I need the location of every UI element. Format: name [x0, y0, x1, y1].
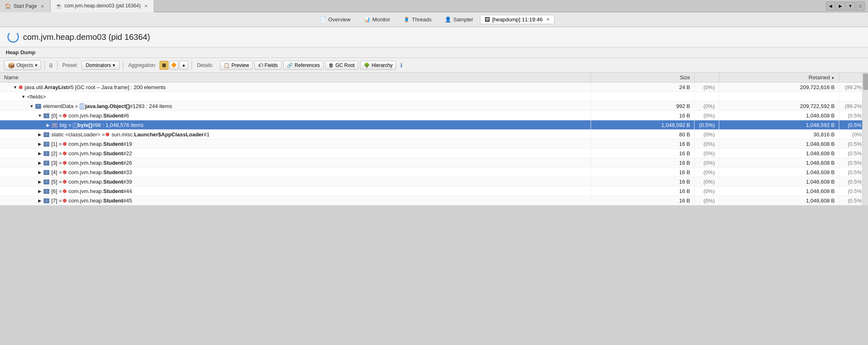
tab-heapdump[interactable]: 🖼 [heapdump] 11:19:46 ✕: [480, 15, 554, 24]
cell-size: 992 B: [591, 101, 695, 111]
agg-icon-1[interactable]: ▦: [159, 61, 169, 70]
fwd-btn[interactable]: ▶: [836, 2, 845, 11]
tab-sampler[interactable]: 👤 Sampler: [439, 15, 479, 24]
cell-retained: 1,048,608 B: [719, 111, 839, 120]
separator-2: [57, 61, 58, 70]
table-row[interactable]: ▶ f [1] = com.jvm.heap.Student#19 16 B (…: [0, 139, 868, 149]
demo03-close[interactable]: ✕: [143, 3, 149, 9]
preview-button[interactable]: 📋 Preview: [220, 61, 253, 70]
aggregation-icons: ▦ 🔶 ●: [159, 61, 188, 70]
agg-icon-2[interactable]: 🔶: [169, 61, 178, 70]
fields-button[interactable]: 🏷 Fields: [254, 61, 282, 70]
hierarchy-icon: 🌳: [364, 62, 370, 68]
table-row[interactable]: ▶ f [2] = com.jvm.heap.Student#22 16 B (…: [0, 149, 868, 158]
cell-retained: 30,816 B: [719, 130, 839, 139]
field-icon: f: [44, 198, 49, 203]
expand-arrow[interactable]: ▶: [37, 170, 43, 175]
red-dot-icon: [63, 161, 67, 165]
cell-retained: 1,048,608 B: [719, 149, 839, 158]
cell-name: ▶ f [3] = com.jvm.heap.Student#26: [0, 158, 591, 168]
tab-demo03[interactable]: ☕ com.jvm.heap.demo03 (pid 16364) ✕: [51, 0, 154, 12]
start-page-icon: 🏠: [5, 3, 11, 9]
preset-dropdown[interactable]: Dominators ▾: [81, 61, 120, 70]
expand-arrow[interactable]: ▶: [37, 141, 43, 147]
start-page-close[interactable]: ✕: [39, 3, 45, 9]
cell-size: 16 B: [591, 168, 695, 177]
expand-arrow[interactable]: ▶: [37, 132, 43, 138]
expand-arrow[interactable]: ▼: [29, 104, 35, 109]
fields-icon: 🏷: [258, 62, 263, 68]
table-row[interactable]: ▶ f [6] = com.jvm.heap.Student#44 16 B (…: [0, 186, 868, 196]
objects-label: Objects: [16, 62, 33, 68]
agg-icon-3[interactable]: ●: [179, 61, 188, 70]
table-row[interactable]: ▼ <fields>: [0, 92, 868, 101]
table-row[interactable]: ▼ f elementData = []java.lang.Object[]#1…: [0, 101, 868, 111]
expand-arrow[interactable]: ▶: [37, 151, 43, 156]
expand-arrow[interactable]: ▶: [45, 122, 51, 128]
table-row[interactable]: ▶ f [5] = com.jvm.heap.Student#39 16 B (…: [0, 177, 868, 186]
expand-arrow[interactable]: ▶: [37, 160, 43, 166]
cell-size-pct: (0%): [695, 158, 719, 168]
table-row[interactable]: ▶ f static <classLoader> = sun.misc.Laun…: [0, 130, 868, 139]
expand-arrow[interactable]: ▶: [37, 179, 43, 185]
expand-arrow[interactable]: ▼: [12, 85, 18, 90]
col-size-pct: [695, 73, 719, 83]
tab-start-page[interactable]: 🏠 Start Page ✕: [0, 0, 51, 12]
vertical-scrollbar[interactable]: [862, 73, 868, 205]
info-icon[interactable]: ℹ: [400, 62, 402, 69]
references-button[interactable]: 🔗 References: [283, 61, 323, 70]
tab-overview[interactable]: 📄 Overview: [314, 15, 357, 24]
toolbar-tabs: 📄 Overview 📊 Monitor 🧵 Threads 👤 Sampler…: [0, 12, 868, 27]
tab-threads[interactable]: 🧵 Threads: [397, 15, 438, 24]
tab-monitor[interactable]: 📊 Monitor: [358, 15, 396, 24]
cell-size: 80 B: [591, 130, 695, 139]
heapdump-close[interactable]: ✕: [546, 17, 550, 22]
table-row[interactable]: ▼ f [0] = com.jvm.heap.Student#6 16 B (0…: [0, 111, 868, 120]
hierarchy-button[interactable]: 🌳 Hierarchy: [360, 61, 396, 70]
cell-size-pct: (0%): [695, 196, 719, 205]
col-retained[interactable]: Retained: [719, 73, 839, 83]
red-dot-icon: [63, 199, 67, 202]
dropdown-btn[interactable]: ▼: [846, 2, 855, 11]
start-page-label: Start Page: [14, 3, 37, 9]
red-dot-icon: [63, 180, 67, 184]
objects-button[interactable]: 📦 Objects ▾: [4, 60, 41, 70]
expand-arrow[interactable]: ▶: [37, 189, 43, 194]
cell-name: ▶ f [6] = com.jvm.heap.Student#44: [0, 186, 591, 196]
table-row[interactable]: ▶ f [3] = com.jvm.heap.Student#26 16 B (…: [0, 158, 868, 168]
overview-icon: 📄: [320, 16, 326, 23]
red-dot-icon: [63, 152, 67, 155]
cell-retained: 1,048,608 B: [719, 196, 839, 205]
gcroot-button[interactable]: 🗑 GC Root: [325, 61, 358, 70]
cell-size-pct: (0%): [695, 139, 719, 149]
table-row[interactable]: ▶ f [4] = com.jvm.heap.Student#33 16 B (…: [0, 168, 868, 177]
cell-name: ▼ java.util.ArrayList#5 [GC root – Java …: [0, 83, 591, 92]
table-header-row: Name Size Retained: [0, 73, 868, 83]
fields-label: Fields: [265, 62, 278, 68]
preview-label: Preview: [231, 62, 249, 68]
expand-arrow[interactable]: ▶: [37, 198, 43, 204]
hierarchy-label: Hierarchy: [372, 62, 392, 68]
field-icon: f: [44, 113, 49, 118]
field-icon: f: [52, 123, 58, 128]
red-dot-icon: [63, 189, 67, 193]
table-row[interactable]: ▶ f [7] = com.jvm.heap.Student#45 16 B (…: [0, 196, 868, 205]
cell-name: ▶ f [4] = com.jvm.heap.Student#33: [0, 168, 591, 177]
window-btn[interactable]: □: [856, 2, 865, 11]
cell-size-pct: (0%): [695, 149, 719, 158]
window-controls: ◀ ▶ ▼ □: [823, 0, 868, 12]
table-row-selected[interactable]: ▶ f big = []byte[]#98 : 1,048,576 items …: [0, 120, 868, 130]
expand-arrow[interactable]: ▼: [37, 113, 43, 119]
heap-table-container[interactable]: Name Size Retained ▼ java.util.ArrayList…: [0, 73, 868, 205]
scrollbar-thumb[interactable]: [863, 74, 868, 90]
app-loading-icon: [7, 31, 19, 43]
back-btn[interactable]: ◀: [826, 2, 835, 11]
col-size[interactable]: Size: [591, 73, 695, 83]
cell-retained: 1,048,608 B: [719, 139, 839, 149]
cell-size-pct: (0%): [695, 130, 719, 139]
table-row[interactable]: ▼ java.util.ArrayList#5 [GC root – Java …: [0, 83, 868, 92]
cell-size-pct: (0%): [695, 101, 719, 111]
red-dot-icon: [63, 142, 67, 146]
expand-arrow[interactable]: ▼: [21, 94, 26, 100]
monitor-label: Monitor: [372, 16, 390, 23]
